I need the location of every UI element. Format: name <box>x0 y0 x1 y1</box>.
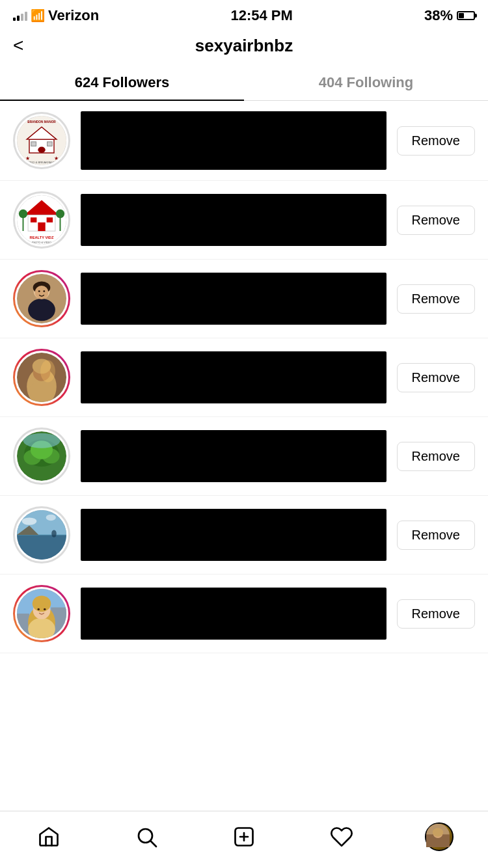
avatar <box>13 506 70 563</box>
svg-rect-15 <box>47 217 53 223</box>
remove-button[interactable]: Remove <box>397 442 475 471</box>
svg-point-31 <box>28 381 55 401</box>
battery-icon <box>457 11 475 20</box>
username-redacted <box>81 588 386 640</box>
nav-header: < sexyairbnbz <box>0 29 488 62</box>
tab-following[interactable]: 404 Following <box>244 62 488 100</box>
list-item: Remove <box>0 338 488 417</box>
svg-point-56 <box>28 618 55 640</box>
svg-point-59 <box>38 608 40 610</box>
svg-text:PHOTO & VIDEO: PHOTO & VIDEO <box>32 241 51 244</box>
svg-point-17 <box>19 210 27 218</box>
avatar <box>13 349 70 406</box>
back-button[interactable]: < <box>13 36 23 55</box>
svg-point-58 <box>33 595 51 612</box>
home-nav-icon[interactable] <box>29 817 68 856</box>
tab-followers[interactable]: 624 Followers <box>0 62 244 100</box>
svg-rect-45 <box>17 535 66 560</box>
bottom-nav <box>0 811 488 868</box>
svg-rect-5 <box>47 142 53 146</box>
svg-text:★: ★ <box>54 156 59 161</box>
svg-rect-53 <box>17 614 29 638</box>
status-left: 📶 Verizon <box>13 7 99 24</box>
signal-icon <box>13 10 27 21</box>
list-item: Remove <box>0 496 488 575</box>
add-nav-icon[interactable] <box>224 817 264 856</box>
page-title: sexyairbnbz <box>195 36 293 56</box>
avatar <box>13 427 70 485</box>
svg-point-69 <box>433 828 443 836</box>
battery-percent: 38% <box>424 7 453 24</box>
svg-text:BRANDON MANOR: BRANDON MANOR <box>27 120 56 124</box>
status-bar: 📶 Verizon 12:54 PM 38% <box>0 0 488 29</box>
svg-point-47 <box>51 530 57 537</box>
list-item: Remove <box>0 575 488 653</box>
username-redacted <box>81 273 386 325</box>
tabs-container: 624 Followers 404 Following <box>0 62 488 101</box>
svg-point-28 <box>43 290 45 292</box>
list-item: Remove <box>0 417 488 496</box>
avatar <box>13 585 70 642</box>
username-redacted <box>81 351 386 403</box>
svg-text:BED & BREAKFAST: BED & BREAKFAST <box>29 161 55 164</box>
remove-button[interactable]: Remove <box>397 206 475 235</box>
username-redacted <box>81 430 386 482</box>
wifi-icon: 📶 <box>31 8 45 23</box>
heart-nav-icon[interactable] <box>322 817 361 856</box>
remove-button[interactable]: Remove <box>397 521 475 550</box>
time-display: 12:54 PM <box>230 7 292 24</box>
list-item: Remove <box>0 260 488 338</box>
profile-nav-icon[interactable] <box>420 817 459 856</box>
svg-point-60 <box>44 608 46 610</box>
remove-button[interactable]: Remove <box>397 599 475 629</box>
username-redacted <box>81 509 386 561</box>
list-item: REALTY VIDZ PHOTO & VIDEO Remove <box>0 181 488 260</box>
svg-point-48 <box>22 517 37 524</box>
remove-button[interactable]: Remove <box>397 284 475 314</box>
svg-point-26 <box>35 286 49 299</box>
svg-text:REALTY VIDZ: REALTY VIDZ <box>30 236 54 239</box>
svg-rect-13 <box>38 223 45 231</box>
svg-line-62 <box>151 841 156 846</box>
svg-point-25 <box>28 299 55 321</box>
followers-list: ★ ★ BRANDON MANOR BED & BREAKFAST Remove <box>0 101 488 653</box>
svg-point-36 <box>40 360 55 382</box>
status-right: 38% <box>424 7 475 24</box>
profile-picture <box>425 822 454 851</box>
svg-point-19 <box>56 210 64 218</box>
svg-rect-3 <box>38 147 45 154</box>
username-redacted <box>81 194 386 246</box>
carrier-label: Verizon <box>48 7 99 24</box>
search-nav-icon[interactable] <box>127 817 166 856</box>
list-item: ★ ★ BRANDON MANOR BED & BREAKFAST Remove <box>0 101 488 181</box>
avatar <box>13 270 70 327</box>
svg-point-27 <box>38 290 40 292</box>
svg-point-49 <box>46 515 56 521</box>
remove-button[interactable]: Remove <box>397 126 475 156</box>
avatar: ★ ★ BRANDON MANOR BED & BREAKFAST <box>13 112 70 169</box>
svg-rect-4 <box>31 142 36 146</box>
remove-button[interactable]: Remove <box>397 363 475 392</box>
username-redacted <box>81 111 386 170</box>
avatar: REALTY VIDZ PHOTO & VIDEO <box>13 191 70 249</box>
svg-point-42 <box>23 433 61 448</box>
svg-rect-14 <box>31 217 37 223</box>
